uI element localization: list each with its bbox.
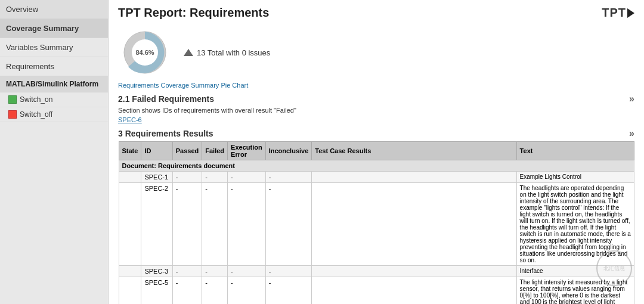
inconclusive-cell: - bbox=[265, 183, 312, 266]
col-tc-results: Test Case Results bbox=[312, 142, 516, 160]
state-cell bbox=[119, 183, 141, 266]
tc-results-cell bbox=[312, 183, 516, 266]
failed-cell: - bbox=[202, 172, 228, 183]
sidebar-item-requirements[interactable]: Requirements bbox=[0, 57, 108, 76]
table-header-row: State ID Passed Failed ExecutionError In… bbox=[119, 142, 634, 160]
id-cell: SPEC-5 bbox=[141, 277, 172, 305]
sidebar-item-coverage-summary[interactable]: Coverage Summary bbox=[0, 19, 108, 38]
exec-error-cell: - bbox=[228, 172, 266, 183]
passed-cell: - bbox=[172, 266, 202, 277]
sidebar-file-switch-off[interactable]: Switch_off bbox=[0, 107, 108, 122]
sidebar-platform-header: MATLAB/Simulink Platform bbox=[0, 76, 108, 92]
id-cell: SPEC-2 bbox=[141, 183, 172, 266]
pie-triangle-icon bbox=[184, 49, 193, 56]
inconclusive-cell: - bbox=[265, 277, 312, 305]
logo-arrow-icon bbox=[627, 8, 634, 18]
failed-cell: - bbox=[202, 183, 228, 266]
col-passed: Passed bbox=[172, 142, 202, 160]
file-icon-red bbox=[8, 110, 17, 119]
failed-collapse-icon[interactable]: » bbox=[629, 94, 634, 104]
results-title: 3 Requirements Results bbox=[118, 129, 213, 138]
col-inconclusive: Inconclusive bbox=[265, 142, 312, 160]
exec-error-cell: - bbox=[228, 277, 266, 305]
col-state: State bbox=[119, 142, 141, 160]
table-row: SPEC-3----Interface bbox=[119, 266, 634, 277]
passed-cell: - bbox=[172, 277, 202, 305]
state-cell bbox=[119, 172, 141, 183]
tc-results-cell bbox=[312, 172, 516, 183]
sidebar-item-variables-summary[interactable]: Variables Summary bbox=[0, 38, 108, 57]
pie-total-text: 13 Total with 0 issues bbox=[197, 48, 270, 57]
passed-cell: - bbox=[172, 172, 202, 183]
table-row: SPEC-1----Example Lights Control bbox=[119, 172, 634, 183]
main-content: TPT TPT Report: Requirements 84.6% 13 To… bbox=[109, 0, 644, 304]
sidebar-file-label-off: Switch_off bbox=[20, 110, 52, 119]
table-row: SPEC-5----The light intensity ist measur… bbox=[119, 277, 634, 305]
inconclusive-cell: - bbox=[265, 172, 312, 183]
state-cell bbox=[119, 277, 141, 305]
sidebar: Overview Coverage Summary Variables Summ… bbox=[0, 0, 109, 304]
logo-text: TPT bbox=[602, 6, 626, 20]
col-exec-error: ExecutionError bbox=[228, 142, 266, 160]
sidebar-file-switch-on[interactable]: Switch_on bbox=[0, 92, 108, 107]
inconclusive-cell: - bbox=[265, 266, 312, 277]
pie-percent-label: 84.6% bbox=[135, 49, 154, 56]
failed-requirements-title: 2.1 Failed Requirements bbox=[118, 94, 214, 104]
col-text: Text bbox=[516, 142, 634, 160]
passed-cell: - bbox=[172, 183, 202, 266]
page-title: TPT Report: Requirements bbox=[118, 6, 634, 20]
exec-error-cell: - bbox=[228, 266, 266, 277]
failed-cell: - bbox=[202, 277, 228, 305]
file-icon-green bbox=[8, 95, 17, 104]
document-row: Document: Requirements document bbox=[119, 160, 634, 172]
failed-cell: - bbox=[202, 266, 228, 277]
id-cell: SPEC-1 bbox=[141, 172, 172, 183]
col-failed: Failed bbox=[202, 142, 228, 160]
text-cell: Example Lights Control bbox=[516, 172, 634, 183]
pie-chart: 84.6% bbox=[118, 26, 172, 79]
page-title-text: TPT Report: Requirements bbox=[118, 6, 269, 20]
watermark-circle: 北汇信息 bbox=[596, 250, 632, 286]
tc-results-cell bbox=[312, 277, 516, 305]
pie-area: 84.6% 13 Total with 0 issues bbox=[118, 26, 634, 79]
table-row: SPEC-2----The headlights are operated de… bbox=[119, 183, 634, 266]
document-row-label: Document: Requirements document bbox=[119, 160, 634, 172]
tc-results-cell bbox=[312, 266, 516, 277]
requirements-table: State ID Passed Failed ExecutionError In… bbox=[118, 141, 634, 304]
failed-requirements-desc: Section shows IDs of requirements with o… bbox=[118, 107, 634, 114]
tpt-logo: TPT bbox=[602, 6, 634, 20]
sidebar-file-label-on: Switch_on bbox=[20, 95, 52, 104]
col-id: ID bbox=[141, 142, 172, 160]
watermark: 北汇信息 bbox=[596, 250, 632, 286]
id-cell: SPEC-3 bbox=[141, 266, 172, 277]
exec-error-cell: - bbox=[228, 183, 266, 266]
results-header: 3 Requirements Results » bbox=[118, 128, 634, 139]
failed-requirements-header: 2.1 Failed Requirements » bbox=[118, 94, 634, 104]
watermark-text: 北汇信息 bbox=[603, 265, 625, 272]
pie-caption[interactable]: Requirements Coverage Summary Pie Chart bbox=[118, 82, 634, 89]
spec-6-link[interactable]: SPEC-6 bbox=[118, 116, 634, 123]
results-collapse-icon[interactable]: » bbox=[629, 128, 634, 139]
pie-info: 13 Total with 0 issues bbox=[184, 48, 270, 57]
state-cell bbox=[119, 266, 141, 277]
sidebar-item-overview[interactable]: Overview bbox=[0, 0, 108, 19]
